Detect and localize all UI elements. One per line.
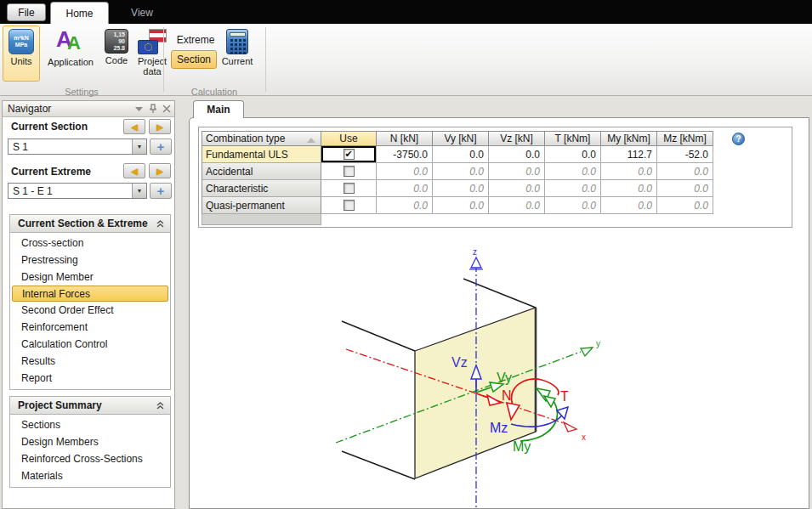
prev-section-button[interactable]: ◀ [123,119,145,134]
use-checkbox[interactable]: ✔ [344,149,355,160]
column-header-my[interactable]: My [kNm] [601,131,657,146]
sidebar-item-design-member[interactable]: Design Member [10,269,170,286]
dropdown-arrow-icon[interactable]: ▼ [132,139,146,154]
row-label: Quasi-permanent [206,200,285,212]
pin-icon[interactable] [149,104,157,114]
sidebar-item-second-order-effect[interactable]: Second Order Effect [10,302,170,319]
use-cell[interactable] [321,180,377,197]
tab-view[interactable]: View [116,2,168,24]
extreme-button[interactable]: Extreme [173,31,219,48]
value-cell-vz[interactable]: 0.0 [489,180,545,197]
sidebar-item-reinforced-cross-sections[interactable]: Reinforced Cross-Sections [10,450,170,467]
current-button[interactable]: Current [219,25,255,82]
sidebar-item-label: Reinforced Cross-Sections [21,453,143,465]
sidebar-item-internal-forces[interactable]: Internal Forces [12,286,168,302]
sidebar-item-prestressing[interactable]: Prestressing [10,252,170,269]
sidebar-item-sections[interactable]: Sections [10,416,170,433]
tab-home[interactable]: Home [50,2,109,24]
close-icon[interactable] [162,104,171,114]
sidebar-item-report[interactable]: Report [10,370,170,387]
value-cell-my[interactable]: 0.0 [601,180,657,197]
project-summary-group-header[interactable]: Project Summary [10,397,170,415]
sidebar-item-label: Report [21,372,52,384]
next-section-button[interactable]: ▶ [149,119,171,134]
value-cell-vz[interactable]: 0.0 [489,146,545,163]
column-header-n[interactable]: N [kN] [377,131,433,146]
current-extreme-select[interactable]: S 1 - E 1 ▼ [8,183,147,199]
use-checkbox[interactable] [344,200,355,211]
value-cell-vy[interactable]: 0.0 [433,197,489,214]
code-icon-text2: 90 [118,38,125,45]
column-header-vz[interactable]: Vz [kN] [489,131,545,146]
table-row-label[interactable]: Accidental [202,163,321,180]
column-header-label: My [kNm] [607,133,650,144]
use-cell[interactable] [321,197,377,214]
project-data-label: Project data [133,56,171,76]
collapse-icon[interactable] [156,220,164,229]
use-cell[interactable] [321,163,377,180]
current-section-select[interactable]: S 1 ▼ [8,139,147,155]
value-cell-t[interactable]: 0.0 [545,197,601,214]
tab-main[interactable]: Main [193,100,244,118]
value-cell-my[interactable]: 0.0 [601,163,657,180]
use-checkbox[interactable] [344,166,355,177]
value-cell-vy[interactable]: 0.0 [433,180,489,197]
column-header-vy[interactable]: Vy [kN] [433,131,489,146]
prev-extreme-button[interactable]: ◀ [123,163,145,178]
section-extreme-group-title: Current Section & Extreme [18,218,148,229]
sidebar-item-cross-section[interactable]: Cross-section [10,235,170,252]
current-section-label: Current Section [11,121,88,133]
sidebar-item-calculation-control[interactable]: Calculation Control [10,336,170,353]
value-cell-vy[interactable]: 0.0 [433,146,489,163]
value-cell-n[interactable]: -3750.0 [377,146,433,163]
value-cell-n[interactable]: 0.0 [377,180,433,197]
value-cell-n[interactable]: 0.0 [377,163,433,180]
value-cell-n[interactable]: 0.0 [377,197,433,214]
help-icon[interactable]: ? [732,133,745,145]
section-button[interactable]: Section [171,50,217,69]
code-button[interactable]: 1,15 90 25.8 Code [99,25,134,82]
value-cell-my[interactable]: 112.7 [601,146,657,163]
add-extreme-button[interactable]: + [150,183,172,199]
sidebar-item-reinforcement[interactable]: Reinforcement [10,319,170,336]
value-cell-mz[interactable]: -52.0 [657,146,713,163]
extreme-label: Extreme [177,34,215,46]
column-header-use[interactable]: Use [321,131,377,146]
value-cell-vy[interactable]: 0.0 [433,163,489,180]
sidebar-item-materials[interactable]: Materials [10,467,170,484]
collapse-icon[interactable] [156,402,164,410]
navigator-title: Navigator [8,103,51,115]
column-header-t[interactable]: T [kNm] [545,131,601,146]
sidebar-item-design-members[interactable]: Design Members [10,433,170,450]
value-cell-t[interactable]: 0.0 [545,163,601,180]
column-header-mz[interactable]: Mz [kNm] [657,131,713,146]
value-cell-my[interactable]: 0.0 [601,197,657,214]
cell-value: 0.0 [413,200,428,212]
next-extreme-button[interactable]: ▶ [149,163,171,178]
column-header-combination-type[interactable]: Combination type [202,131,321,146]
sidebar-item-results[interactable]: Results [10,353,170,370]
value-cell-mz[interactable]: 0.0 [657,180,713,197]
tab-file[interactable]: File [7,3,46,21]
value-cell-t[interactable]: 0.0 [545,180,601,197]
add-section-button[interactable]: + [150,139,172,155]
cell-value: 0.0 [638,200,652,212]
section-extreme-group-header[interactable]: Current Section & Extreme [10,215,170,233]
table-row-label[interactable]: Characteristic [202,180,321,197]
units-label: Units [10,56,31,66]
table-row-label[interactable]: Fundamental ULS [202,146,321,163]
ribbon: m²kN MPa Units A A Application 1,15 90 2… [0,24,812,96]
chevron-down-icon[interactable] [134,104,144,114]
units-button[interactable]: m²kN MPa Units [3,25,40,82]
dropdown-arrow-icon[interactable]: ▼ [132,184,146,198]
value-cell-vz[interactable]: 0.0 [489,163,545,180]
application-button[interactable]: A A Application [42,25,99,82]
use-cell[interactable]: ✔ [321,146,377,163]
use-checkbox[interactable] [344,183,355,194]
project-data-button[interactable]: Project data [133,25,171,82]
table-row-label[interactable]: Quasi-permanent [202,197,321,214]
value-cell-mz[interactable]: 0.0 [657,197,713,214]
value-cell-t[interactable]: 0.0 [545,146,601,163]
value-cell-mz[interactable]: 0.0 [657,163,713,180]
value-cell-vz[interactable]: 0.0 [489,197,545,214]
